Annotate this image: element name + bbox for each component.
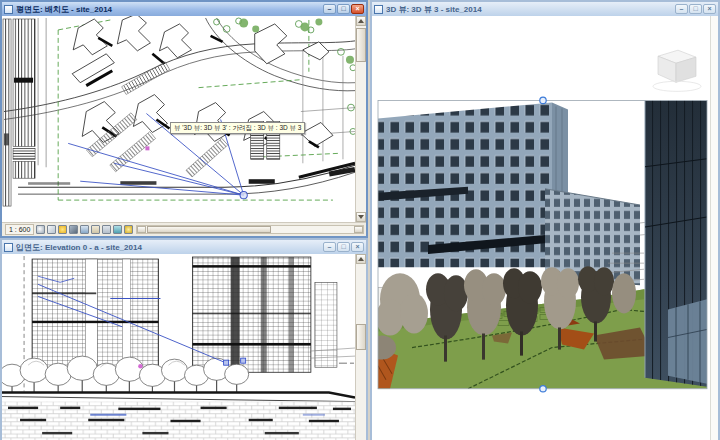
three-d-scene — [372, 16, 710, 440]
scroll-thumb[interactable] — [356, 324, 366, 350]
scroll-down-arrow[interactable] — [356, 212, 366, 222]
maximize-button[interactable]: □ — [337, 242, 350, 252]
three-d-window-title: 3D 뷰: 3D 뷰 3 - site_2014 — [386, 4, 672, 15]
minimize-button[interactable]: – — [323, 242, 336, 252]
scroll-thumb[interactable] — [356, 28, 366, 62]
temporary-hide-isolate-icon[interactable] — [113, 225, 122, 234]
element-tooltip: 뷰 '3D 뷰: 3D 뷰 3' : 가려짐 : 3D 뷰 : 3D 뷰 3 — [170, 122, 305, 134]
plan-horizontal-scrollbar[interactable] — [136, 225, 364, 234]
maximize-button[interactable]: □ — [337, 4, 350, 14]
maximize-button[interactable]: □ — [689, 4, 702, 14]
three-d-view-window: 3D 뷰: 3D 뷰 3 - site_2014 – □ × — [370, 0, 720, 440]
plan-vertical-scrollbar[interactable] — [355, 16, 366, 222]
view-document-icon — [374, 5, 383, 14]
plan-view-control-bar: 1 : 600 — [2, 222, 366, 236]
visual-style-icon[interactable] — [47, 225, 56, 234]
scroll-up-arrow[interactable] — [356, 16, 366, 26]
close-button[interactable]: × — [351, 4, 364, 14]
elevation-viewport[interactable] — [2, 254, 355, 440]
sun-path-icon[interactable] — [58, 225, 67, 234]
view-document-icon — [4, 5, 13, 14]
view-scale-button[interactable]: 1 : 600 — [5, 224, 34, 235]
elevation-view-window: 입면도: Elevation 0 - a - site_2014 – □ × — [0, 238, 368, 440]
site-plan-drawing — [2, 16, 355, 222]
crop-view-icon[interactable] — [91, 225, 100, 234]
plan-window-titlebar[interactable]: 평면도: 배치도 - site_2014 – □ × — [2, 2, 366, 16]
viewcube[interactable] — [653, 50, 701, 91]
reveal-hidden-elements-icon[interactable] — [124, 225, 133, 234]
plan-view-window: 평면도: 배치도 - site_2014 – □ × — [0, 0, 368, 238]
three-d-viewport[interactable] — [372, 16, 710, 440]
three-d-vertical-scrollbar[interactable] — [710, 16, 718, 440]
elevation-window-titlebar[interactable]: 입면도: Elevation 0 - a - site_2014 – □ × — [2, 240, 366, 254]
close-button[interactable]: × — [351, 242, 364, 252]
scroll-up-arrow[interactable] — [356, 254, 366, 264]
close-button[interactable]: × — [703, 4, 716, 14]
building-left[interactable] — [378, 102, 568, 267]
three-d-window-titlebar[interactable]: 3D 뷰: 3D 뷰 3 - site_2014 – □ × — [372, 2, 718, 16]
crop-handle-bottom[interactable] — [540, 386, 546, 392]
elevation-drawing — [2, 254, 355, 440]
minimize-button[interactable]: – — [675, 4, 688, 14]
shadows-icon[interactable] — [69, 225, 78, 234]
revit-workspace: 평면도: 배치도 - site_2014 – □ × — [0, 0, 720, 440]
plan-left-structures — [3, 19, 35, 206]
elevation-towers — [32, 257, 355, 372]
site-plan-viewport[interactable]: 뷰 '3D 뷰: 3D 뷰 3' : 가려짐 : 3D 뷰 : 3D 뷰 3 — [2, 16, 355, 222]
elevation-trees — [2, 356, 249, 392]
building-right[interactable] — [645, 100, 707, 386]
scroll-right-arrow[interactable] — [354, 226, 363, 233]
scroll-left-arrow[interactable] — [137, 226, 146, 233]
elevation-window-title: 입면도: Elevation 0 - a - site_2014 — [16, 242, 320, 253]
elevation-ground — [2, 392, 355, 440]
scroll-thumb[interactable] — [147, 226, 271, 233]
plan-window-title: 평면도: 배치도 - site_2014 — [16, 4, 320, 15]
minimize-button[interactable]: – — [323, 4, 336, 14]
view-document-icon — [4, 243, 13, 252]
rendering-dialog-icon[interactable] — [80, 225, 89, 234]
detail-level-icon[interactable] — [36, 225, 45, 234]
show-crop-region-icon[interactable] — [102, 225, 111, 234]
crop-handle-top[interactable] — [540, 97, 546, 103]
elevation-vertical-scrollbar[interactable] — [355, 254, 366, 440]
